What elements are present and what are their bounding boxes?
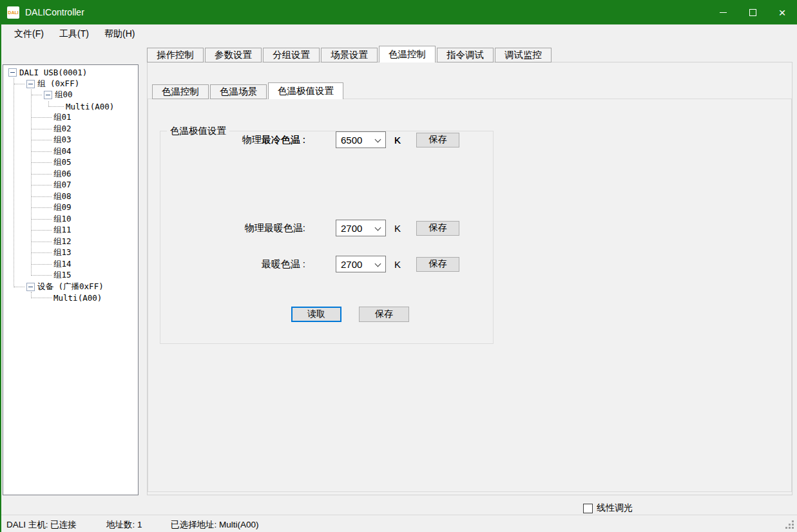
- tree-item[interactable]: 组14: [3, 259, 138, 271]
- tree-connector-stub: [32, 230, 52, 231]
- tree-connector-stub: [32, 252, 52, 253]
- tree-connector-stub: [32, 242, 52, 242]
- color-temp-combobox[interactable]: 6500: [336, 131, 386, 148]
- tree-expand-icon[interactable]: [44, 91, 52, 99]
- tree-connector-stub: [32, 219, 52, 220]
- tree-item-label: DALI USB(0001): [19, 68, 87, 77]
- window-title: DALIController: [25, 7, 708, 17]
- tab-label: 色温控制: [389, 49, 426, 59]
- tree-item[interactable]: 组06: [3, 169, 138, 180]
- sub-tab[interactable]: 色温极值设置: [268, 82, 343, 99]
- close-button[interactable]: ×: [767, 0, 797, 24]
- tab-label: 分组设置: [273, 50, 310, 60]
- tree-item-label: Multi(A00): [53, 293, 102, 303]
- tree-item[interactable]: 组 (0xFF): [3, 79, 138, 90]
- color-temp-combobox[interactable]: 2700: [336, 256, 386, 272]
- maximize-button[interactable]: [738, 0, 767, 24]
- form-row: 最暖色温 : 2700 K 保存: [160, 256, 459, 272]
- chevron-down-icon[interactable]: [375, 261, 381, 267]
- tree-item-label: 组09: [53, 202, 72, 213]
- maximize-icon: [749, 9, 756, 16]
- tree-item[interactable]: 组10: [3, 214, 138, 225]
- menu-item[interactable]: 工具(T): [59, 26, 93, 43]
- tree-item[interactable]: Multi(A00): [3, 292, 138, 304]
- tree-item-label: 组07: [53, 180, 72, 191]
- save-button[interactable]: 保存: [359, 307, 409, 322]
- close-icon: ×: [778, 6, 785, 19]
- chevron-down-icon[interactable]: [375, 225, 381, 231]
- tree-expand-icon[interactable]: [26, 283, 35, 291]
- form-row: 物理最冷色温 : 6500 K 保存: [160, 131, 459, 148]
- tree-item-label: 组10: [53, 214, 72, 225]
- tree-item[interactable]: 组12: [3, 236, 138, 248]
- menu-item[interactable]: 文件(F): [14, 26, 48, 43]
- chevron-down-icon[interactable]: [375, 137, 381, 143]
- main-tab[interactable]: 操作控制: [147, 48, 204, 62]
- tab-label: 色温场景: [220, 86, 257, 97]
- main-tab[interactable]: 参数设置: [205, 48, 262, 62]
- app-icon: DALI: [7, 6, 19, 19]
- tree-item[interactable]: 组02: [3, 124, 138, 135]
- resize-grip-icon[interactable]: [785, 520, 794, 529]
- window-frame-edge: [0, 24, 1, 532]
- tree-connector-stub: [32, 298, 52, 298]
- tree-item[interactable]: 组13: [3, 247, 138, 259]
- tree-expand-icon[interactable]: [26, 80, 35, 88]
- main-tab[interactable]: 场景设置: [321, 48, 378, 62]
- tree-item[interactable]: 组11: [3, 225, 138, 236]
- tree-item[interactable]: 组03: [3, 135, 138, 146]
- tab-label: 参数设置: [215, 50, 252, 60]
- main-tab[interactable]: 指令调试: [437, 48, 494, 62]
- tree-item[interactable]: 组05: [3, 157, 138, 169]
- tree-connector-stub: [14, 287, 24, 287]
- tab-label: 色温控制: [162, 86, 199, 97]
- tree-expand-icon[interactable]: [8, 68, 17, 77]
- sub-tab[interactable]: 色温场景: [210, 84, 267, 99]
- tree-item[interactable]: 组01: [3, 112, 138, 124]
- tree-item[interactable]: DALI USB(0001): [3, 67, 138, 79]
- tree-item-label: 设备 (广播0xFF): [37, 281, 104, 292]
- tree-connector-stub: [32, 275, 52, 276]
- tab-label: 操作控制: [157, 50, 194, 60]
- footer-strip: 线性调光: [1, 496, 797, 515]
- menu-item-label: 帮助(H): [104, 28, 135, 39]
- tree-item[interactable]: 组08: [3, 191, 138, 203]
- combobox-value: 2700: [341, 259, 362, 270]
- main-tab[interactable]: 色温控制: [379, 46, 436, 62]
- row-save-button[interactable]: 保存: [416, 257, 459, 272]
- tree-connector-stub: [32, 129, 52, 129]
- color-temp-combobox[interactable]: 2700: [336, 220, 386, 236]
- read-button[interactable]: 读取: [291, 307, 341, 322]
- tree-item-label: Multi(A00): [66, 102, 114, 111]
- row-save-button[interactable]: 保存: [416, 221, 459, 236]
- field-label: 物理最冷色温 :: [160, 134, 305, 146]
- row-save-button[interactable]: 保存: [416, 133, 459, 147]
- tree-item-label: 组12: [53, 236, 72, 247]
- tree-item-label: 组01: [53, 112, 72, 123]
- linear-dimming-checkbox[interactable]: [583, 504, 593, 513]
- tree-item[interactable]: 设备 (广播0xFF): [3, 281, 138, 293]
- main-tab[interactable]: 调试监控: [495, 48, 552, 62]
- tree-item-label: 组02: [53, 124, 72, 135]
- tree-item-label: 组11: [53, 225, 72, 236]
- tree-item[interactable]: 组07: [3, 180, 138, 191]
- tree-item[interactable]: 组04: [3, 146, 138, 158]
- tree-item[interactable]: 组00: [3, 90, 138, 101]
- main-tab[interactable]: 分组设置: [263, 48, 320, 62]
- field-label: 最暖色温 :: [160, 258, 305, 271]
- tree-item-label: 组06: [53, 169, 72, 180]
- tree-connector-stub: [32, 117, 52, 118]
- status-bar: DALI 主机: 已连接 地址数: 1 已选择地址: Multi(A00): [0, 515, 797, 532]
- linear-dimming-checkbox-wrap[interactable]: 线性调光: [583, 502, 633, 514]
- tree-item-label: 组00: [55, 90, 73, 100]
- tab-label: 指令调试: [447, 50, 484, 60]
- tree-item[interactable]: 组15: [3, 270, 138, 281]
- combobox-value: 2700: [341, 223, 362, 234]
- sub-tab[interactable]: 色温控制: [152, 84, 209, 99]
- menu-item[interactable]: 帮助(H): [104, 26, 138, 43]
- minimize-button[interactable]: [708, 0, 738, 24]
- tree-item[interactable]: Multi(A00): [3, 101, 138, 113]
- tree-item-label: 组15: [53, 270, 72, 281]
- tree-item[interactable]: 组09: [3, 202, 138, 214]
- menu-item-label: 工具(T): [59, 28, 89, 39]
